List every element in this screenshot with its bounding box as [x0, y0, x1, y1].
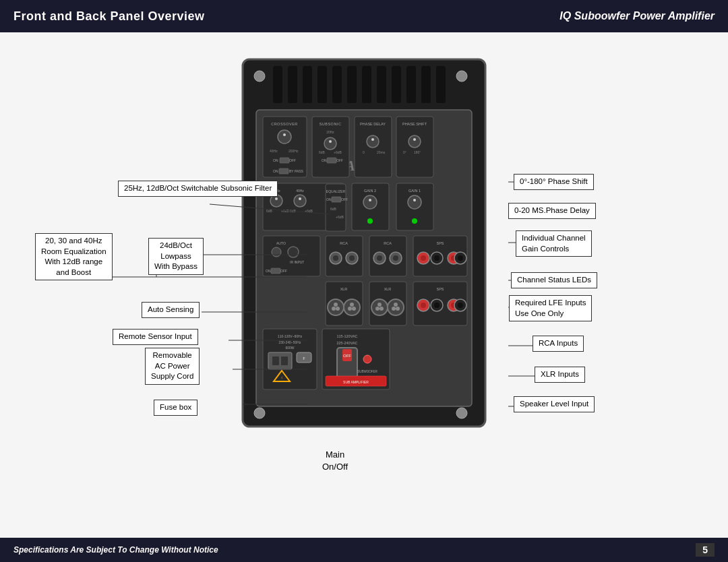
- annotation-room-eq: 20, 30 and 40HzRoom EqualizationWith 12d…: [35, 233, 113, 280]
- svg-point-108: [375, 307, 380, 311]
- specs-disclaimer: Specifications Are Subject To Change Wit…: [13, 545, 218, 555]
- svg-text:6dB: 6dB: [330, 207, 337, 211]
- svg-rect-11: [362, 66, 371, 103]
- svg-point-99: [336, 307, 340, 311]
- svg-point-107: [377, 303, 382, 307]
- svg-text:ON: ON: [273, 158, 278, 162]
- svg-point-159: [363, 355, 371, 363]
- svg-text:40Hz: 40Hz: [296, 189, 304, 193]
- svg-text:SPS: SPS: [436, 287, 444, 291]
- svg-point-49: [408, 135, 421, 148]
- annotation-channel-leds: Channel Status LEDs: [511, 272, 597, 288]
- svg-rect-13: [392, 66, 401, 103]
- annotation-remote-sensor: Remote Sensor Input: [113, 329, 198, 345]
- svg-point-87: [349, 255, 355, 261]
- svg-text:+6dB: +6dB: [305, 209, 313, 213]
- svg-rect-14: [406, 66, 416, 103]
- svg-rect-8: [317, 66, 327, 103]
- annotation-phase-shift: 0°-180° Phase Shift: [514, 174, 594, 190]
- main-content: QUAKE CROSSOVER 40Hz 200Hz ON OFF ON BY …: [0, 32, 728, 538]
- svg-point-110: [388, 299, 404, 315]
- svg-rect-10: [347, 66, 357, 103]
- page-header: Front and Back Panel Overview IQ Suboowf…: [0, 0, 728, 32]
- svg-point-73: [412, 218, 417, 224]
- svg-point-34: [324, 137, 336, 150]
- svg-point-102: [348, 307, 352, 311]
- svg-rect-29: [279, 168, 289, 174]
- svg-text:115-120VAC: 115-120VAC: [336, 334, 357, 338]
- svg-text:OFF: OFF: [289, 158, 296, 162]
- svg-rect-5: [273, 66, 282, 103]
- svg-point-109: [380, 307, 384, 311]
- svg-text:BY PASS: BY PASS: [289, 169, 304, 173]
- svg-text:RCA: RCA: [340, 241, 348, 245]
- svg-text:20ms: 20ms: [377, 150, 386, 154]
- svg-text:GAIN 2: GAIN 2: [364, 189, 376, 193]
- svg-text:XLR: XLR: [340, 287, 348, 291]
- svg-text:OFF: OFF: [280, 269, 287, 273]
- svg-point-72: [413, 199, 416, 201]
- svg-rect-26: [280, 158, 289, 163]
- svg-text:CROSSOVER: CROSSOVER: [271, 122, 298, 126]
- svg-text:200Hz: 200Hz: [289, 149, 299, 153]
- svg-text:PHASE DELAY: PHASE DELAY: [360, 122, 386, 126]
- svg-text:+6dB: +6dB: [336, 215, 344, 219]
- svg-text:180°: 180°: [414, 150, 421, 154]
- svg-text:20Hz: 20Hz: [326, 130, 334, 134]
- svg-point-106: [371, 299, 388, 315]
- svg-rect-9: [332, 66, 342, 103]
- svg-text:OFF: OFF: [341, 197, 348, 201]
- svg-point-136: [434, 255, 439, 261]
- svg-rect-80: [271, 268, 280, 274]
- svg-text:40Hz: 40Hz: [270, 149, 278, 153]
- annotation-phase-delay: 0-20 MS.Phase Delay: [508, 203, 596, 219]
- svg-text:OFF: OFF: [336, 158, 343, 162]
- annotation-subsonic-filter-box: 25Hz, 12dB/Oct Switchable Subsonic Filte…: [118, 181, 278, 197]
- svg-text:GAIN 1: GAIN 1: [408, 189, 421, 193]
- annotation-auto-sensing: Auto Sensing: [142, 302, 200, 318]
- svg-text:SUBSONIC: SUBSONIC: [320, 122, 342, 126]
- svg-text:RCA: RCA: [384, 241, 392, 245]
- svg-point-98: [332, 307, 336, 311]
- svg-text:AUTO: AUTO: [276, 241, 286, 245]
- annotation-main-on-off: MainOn/Off: [322, 449, 348, 473]
- annotation-lowpass: 24dB/OctLowpassWith Bypass: [148, 238, 204, 275]
- svg-text:+6dB: +6dB: [281, 209, 289, 213]
- svg-text:SPS: SPS: [436, 241, 444, 245]
- svg-point-126: [434, 303, 439, 308]
- svg-text:0°: 0°: [403, 150, 406, 154]
- svg-text:6dB: 6dB: [319, 150, 326, 154]
- svg-rect-147: [281, 356, 288, 365]
- svg-rect-7: [303, 66, 312, 103]
- svg-point-68: [367, 218, 373, 224]
- svg-point-97: [334, 303, 338, 307]
- svg-point-130: [458, 303, 463, 308]
- svg-text:OFF: OFF: [343, 354, 351, 358]
- page-footer: Specifications Are Subject To Change Wit…: [0, 538, 728, 562]
- svg-rect-146: [272, 356, 279, 365]
- svg-point-101: [350, 303, 354, 307]
- svg-point-96: [328, 299, 344, 315]
- svg-point-50: [413, 138, 416, 141]
- svg-text:PHASE SHIFT: PHASE SHIFT: [402, 122, 427, 126]
- svg-point-4: [456, 408, 467, 418]
- svg-rect-16: [436, 66, 446, 103]
- svg-text:F: F: [303, 356, 305, 361]
- svg-point-112: [392, 307, 396, 311]
- svg-rect-39: [327, 158, 336, 163]
- svg-text:ON: ON: [322, 158, 327, 162]
- svg-text:ON: ON: [273, 169, 278, 173]
- svg-point-100: [344, 299, 360, 315]
- page-title: Front and Back Panel Overview: [13, 9, 205, 24]
- svg-text:+6dB: +6dB: [334, 150, 342, 154]
- annotation-fuse-box: Fuse box: [154, 400, 198, 416]
- svg-text:6dB: 6dB: [290, 209, 297, 213]
- page-number: 5: [696, 543, 715, 557]
- annotation-speaker-level: Speaker Level Input: [514, 396, 595, 412]
- svg-point-43: [367, 135, 379, 148]
- svg-point-103: [352, 307, 356, 311]
- svg-point-35: [329, 140, 332, 143]
- svg-point-67: [369, 199, 371, 201]
- svg-point-61: [299, 197, 301, 200]
- svg-point-1: [254, 71, 265, 82]
